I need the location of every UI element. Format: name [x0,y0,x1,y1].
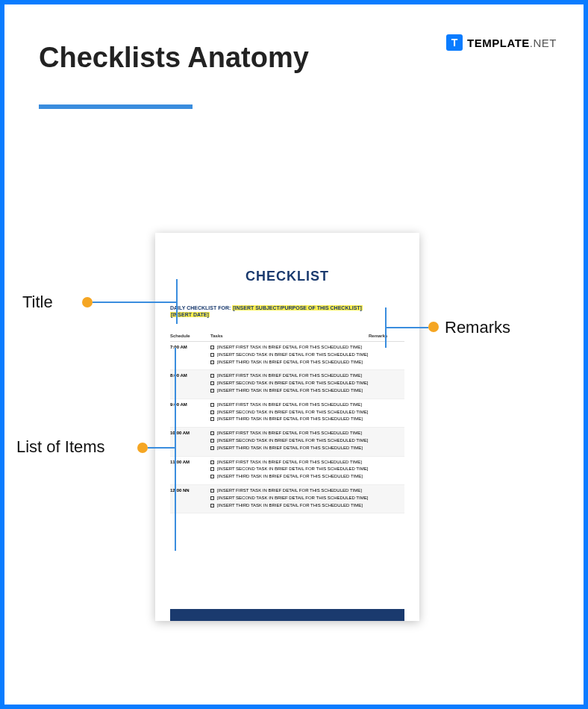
annotation-title: Title [22,293,53,312]
checkbox-icon [210,389,214,393]
table-header: Schedule Tasks Remarks [170,331,404,342]
logo-light: .NET [530,37,557,49]
task-text: [INSERT FIRST TASK IN BRIEF DETAIL FOR T… [217,460,369,466]
task-item: [INSERT FIRST TASK IN BRIEF DETAIL FOR T… [210,373,369,379]
dot-icon [82,297,93,307]
logo-text: TEMPLATE.NET [467,37,557,49]
document-footer-bar [170,609,404,621]
table-row: 7:00 AM[INSERT FIRST TASK IN BRIEF DETAI… [170,342,404,370]
table-row: 11:00 AM[INSERT FIRST TASK IN BRIEF DETA… [170,457,404,485]
task-item: [INSERT SECOND TASK IN BRIEF DETAIL FOR … [210,466,369,472]
brand-logo: T TEMPLATE.NET [446,34,557,51]
tasks-cell: [INSERT FIRST TASK IN BRIEF DETAIL FOR T… [210,488,369,510]
checkbox-icon [210,460,214,464]
annotation-list: List of Items [16,437,105,457]
schedule-cell: 7:00 AM [170,345,210,366]
task-item: [INSERT SECOND TASK IN BRIEF DETAIL FOR … [210,352,369,358]
subtitle-highlight: [INSERT SUBJECT/PURPOSE OF THIS CHECKLIS… [232,305,363,310]
dot-icon [428,322,439,332]
tasks-cell: [INSERT FIRST TASK IN BRIEF DETAIL FOR T… [210,460,369,481]
connector-line [175,348,176,551]
task-text: [INSERT THIRD TASK IN BRIEF DETAIL FOR T… [217,474,369,480]
task-text: [INSERT SECOND TASK IN BRIEF DETAIL FOR … [217,466,369,472]
tasks-cell: [INSERT FIRST TASK IN BRIEF DETAIL FOR T… [210,402,369,424]
schedule-cell: 10:00 AM [170,431,210,452]
annotation-remarks: Remarks [445,318,510,337]
table-row: 10:00 AM[INSERT FIRST TASK IN BRIEF DETA… [170,428,404,456]
remarks-cell [369,373,404,395]
annotation-remarks-label: Remarks [445,318,510,337]
task-item: [INSERT FIRST TASK IN BRIEF DETAIL FOR T… [210,345,369,351]
checkbox-icon [210,496,214,500]
annotation-list-label: List of Items [16,437,105,457]
connector-line [176,279,178,324]
header-schedule: Schedule [170,334,210,338]
schedule-cell: 9:00 AM [170,402,210,424]
table-row: 9:00 AM[INSERT FIRST TASK IN BRIEF DETAI… [170,399,404,428]
checkbox-icon [210,446,214,450]
task-item: [INSERT THIRD TASK IN BRIEF DETAIL FOR T… [210,503,369,509]
remarks-cell [369,345,404,366]
checkbox-icon [210,489,214,493]
task-text: [INSERT SECOND TASK IN BRIEF DETAIL FOR … [217,438,369,444]
connector-line [148,447,175,449]
task-item: [INSERT FIRST TASK IN BRIEF DETAIL FOR T… [210,460,369,466]
table-row: 12:00 NN[INSERT FIRST TASK IN BRIEF DETA… [170,485,404,513]
header-remarks: Remarks [369,334,404,338]
task-text: [INSERT THIRD TASK IN BRIEF DETAIL FOR T… [217,360,369,366]
date-row: [INSERT DATE] [170,312,404,317]
task-text: [INSERT FIRST TASK IN BRIEF DETAIL FOR T… [217,345,369,351]
checkbox-icon [210,475,214,478]
task-text: [INSERT FIRST TASK IN BRIEF DETAIL FOR T… [217,402,369,408]
page-title: Checklists Anatomy [39,42,309,74]
remarks-cell [369,402,404,424]
task-item: [INSERT THIRD TASK IN BRIEF DETAIL FOR T… [210,388,369,394]
subtitle-row: DAILY CHECKLIST FOR: [INSERT SUBJECT/PUR… [170,305,404,310]
document-preview: CHECKLIST DAILY CHECKLIST FOR: [INSERT S… [155,233,419,621]
annotation-title-label: Title [22,293,53,312]
task-text: [INSERT SECOND TASK IN BRIEF DETAIL FOR … [217,496,369,502]
checkbox-icon [210,417,214,421]
table-row: 8:00 AM[INSERT FIRST TASK IN BRIEF DETAI… [170,370,404,399]
remarks-cell [369,460,404,481]
task-item: [INSERT SECOND TASK IN BRIEF DETAIL FOR … [210,381,369,387]
task-text: [INSERT THIRD TASK IN BRIEF DETAIL FOR T… [217,388,369,394]
dot-icon [137,443,148,453]
task-item: [INSERT THIRD TASK IN BRIEF DETAIL FOR T… [210,360,369,366]
task-item: [INSERT FIRST TASK IN BRIEF DETAIL FOR T… [210,431,369,437]
document-title: CHECKLIST [170,269,404,284]
connector-line [385,327,428,328]
connector-line [93,302,176,303]
tasks-cell: [INSERT FIRST TASK IN BRIEF DETAIL FOR T… [210,373,369,395]
task-text: [INSERT THIRD TASK IN BRIEF DETAIL FOR T… [217,503,369,509]
task-text: [INSERT FIRST TASK IN BRIEF DETAIL FOR T… [217,431,369,437]
logo-icon: T [446,34,463,51]
task-item: [INSERT FIRST TASK IN BRIEF DETAIL FOR T… [210,488,369,494]
title-underline [39,104,193,109]
tasks-cell: [INSERT FIRST TASK IN BRIEF DETAIL FOR T… [210,431,369,452]
task-item: [INSERT FIRST TASK IN BRIEF DETAIL FOR T… [210,402,369,408]
task-text: [INSERT THIRD TASK IN BRIEF DETAIL FOR T… [217,416,369,422]
task-text: [INSERT SECOND TASK IN BRIEF DETAIL FOR … [217,381,369,387]
task-text: [INSERT FIRST TASK IN BRIEF DETAIL FOR T… [217,373,369,379]
checkbox-icon [210,431,214,435]
schedule-cell: 12:00 NN [170,488,210,510]
checkbox-icon [210,360,214,364]
task-item: [INSERT SECOND TASK IN BRIEF DETAIL FOR … [210,438,369,444]
checkbox-icon [210,504,214,507]
checkbox-icon [210,346,214,349]
table-body: 7:00 AM[INSERT FIRST TASK IN BRIEF DETAI… [170,342,404,513]
remarks-cell [369,488,404,510]
remarks-cell [369,431,404,452]
tasks-cell: [INSERT FIRST TASK IN BRIEF DETAIL FOR T… [210,345,369,366]
task-item: [INSERT THIRD TASK IN BRIEF DETAIL FOR T… [210,416,369,422]
task-text: [INSERT SECOND TASK IN BRIEF DETAIL FOR … [217,410,369,416]
task-item: [INSERT SECOND TASK IN BRIEF DETAIL FOR … [210,496,369,502]
schedule-cell: 8:00 AM [170,373,210,395]
checkbox-icon [210,439,214,443]
task-text: [INSERT SECOND TASK IN BRIEF DETAIL FOR … [217,352,369,358]
checkbox-icon [210,381,214,385]
task-text: [INSERT THIRD TASK IN BRIEF DETAIL FOR T… [217,446,369,452]
task-item: [INSERT THIRD TASK IN BRIEF DETAIL FOR T… [210,446,369,452]
checklist-table: Schedule Tasks Remarks 7:00 AM[INSERT FI… [170,331,404,513]
